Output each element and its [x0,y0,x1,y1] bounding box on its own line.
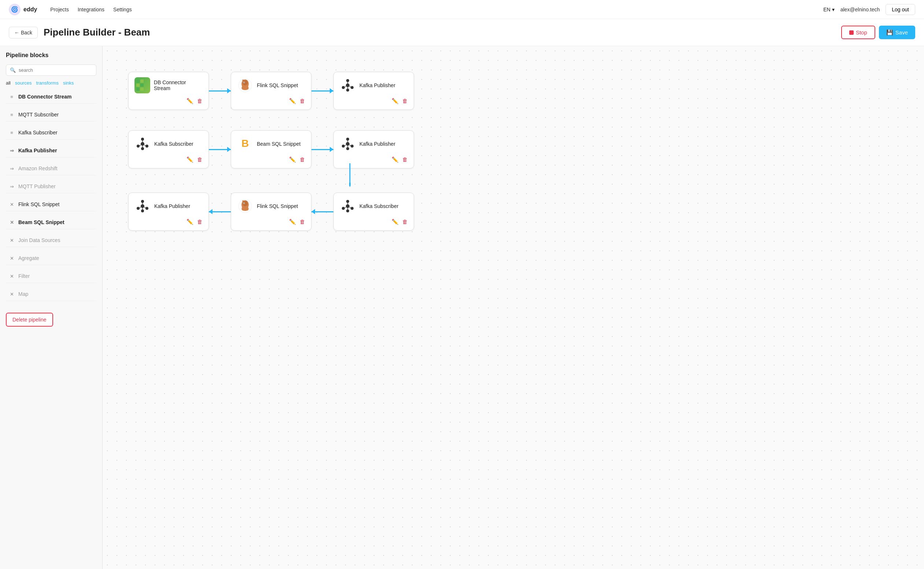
delete-icon[interactable]: 🗑 [300,219,305,225]
sidebar-item-amazon-redshift[interactable]: ⇒ Amazon Redshift [6,162,96,175]
svg-point-57 [346,200,349,203]
node-flink-sql-snippet-1[interactable]: Flink SQL Snippet ✏️ 🗑 [231,72,311,110]
sidebar-item-label: Beam SQL Snippet [18,219,64,225]
sidebar-item-mqtt-publisher[interactable]: ⇒ MQTT Publisher [6,180,96,193]
node-actions: ✏️ 🗑 [237,219,305,225]
filter-all[interactable]: all [6,80,11,86]
sidebar-title: Pipeline blocks [6,52,96,59]
page-header: ← Back Pipeline Builder - Beam Stop 💾 Sa… [0,19,924,46]
svg-point-10 [244,82,244,83]
edit-icon[interactable]: ✏️ [289,98,296,104]
node-header: Kafka Publisher [340,136,408,152]
sidebar-item-kafka-subscriber[interactable]: ≡ Kafka Subscriber [6,126,96,140]
beam-node-icon: B [237,136,253,152]
logo: 🌀 eddy [9,4,37,15]
pipeline-canvas[interactable]: DB Connector Stream ✏️ 🗑 [102,46,924,569]
edit-icon[interactable]: ✏️ [186,156,194,163]
logo-icon: 🌀 [9,4,20,15]
filter-sinks[interactable]: sinks [63,80,74,86]
sidebar-item-map[interactable]: ✕ Map [6,288,96,301]
node-actions: ✏️ 🗑 [237,98,305,104]
sidebar-item-beam-sql-snippet[interactable]: ✕ Beam SQL Snippet [6,216,96,229]
edit-icon[interactable]: ✏️ [392,219,399,225]
edit-icon[interactable]: ✏️ [289,219,296,225]
svg-line-27 [140,145,141,146]
svg-point-14 [342,86,345,89]
sidebar-item-agregate[interactable]: ✕ Agregate [6,251,96,265]
flink-node-icon [237,77,253,93]
delete-icon[interactable]: 🗑 [402,98,408,104]
svg-point-56 [346,204,349,208]
node-beam-sql-snippet[interactable]: B Beam SQL Snippet ✏️ 🗑 [231,130,311,169]
sidebar-item-db-connector-stream[interactable]: ≡ DB Connector Stream [6,90,96,103]
node-kafka-publisher-3[interactable]: Kafka Publisher ✏️ 🗑 [128,193,209,231]
save-icon: 💾 [886,29,893,36]
delete-icon[interactable]: 🗑 [402,219,408,225]
svg-rect-1 [140,79,143,83]
delete-icon[interactable]: 🗑 [300,156,305,163]
svg-point-34 [342,145,345,148]
lang-selector[interactable]: EN ▾ [823,7,834,12]
db-connector-stream-icon: ≡ [9,94,15,100]
delete-icon[interactable]: 🗑 [197,156,203,163]
search-input[interactable] [19,67,92,73]
main-layout: Pipeline blocks 🔍 all sources transforms… [0,46,924,569]
delete-icon[interactable]: 🗑 [300,98,305,104]
amazon-redshift-icon: ⇒ [9,166,15,171]
sidebar-item-mqtt-subscriber[interactable]: ≡ MQTT Subscriber [6,108,96,122]
save-button[interactable]: 💾 Save [879,26,915,39]
sidebar-item-join-data-sources[interactable]: ✕ Join Data Sources [6,234,96,247]
svg-rect-2 [136,84,140,87]
delete-icon[interactable]: 🗑 [197,98,203,104]
filter-icon: ✕ [9,274,15,279]
stop-button[interactable]: Stop [841,26,875,39]
nav-settings[interactable]: Settings [113,7,132,12]
svg-rect-4 [136,88,140,91]
kafka-node-icon [340,198,356,214]
edit-icon[interactable]: ✏️ [392,156,399,163]
edit-icon[interactable]: ✏️ [186,219,194,225]
node-kafka-publisher-1[interactable]: Kafka Publisher ✏️ 🗑 [333,72,414,110]
svg-point-15 [351,86,354,89]
node-kafka-subscriber-2[interactable]: Kafka Subscriber ✏️ 🗑 [333,193,414,231]
edit-icon[interactable]: ✏️ [392,98,399,104]
svg-point-42 [141,204,144,208]
node-kafka-publisher-2[interactable]: Kafka Publisher ✏️ 🗑 [333,130,414,169]
connector-arrow-5 [209,211,231,212]
edit-icon[interactable]: ✏️ [186,98,194,104]
logout-button[interactable]: Log out [886,4,915,15]
sidebar: Pipeline blocks 🔍 all sources transforms… [0,46,102,569]
sidebar-search[interactable]: 🔍 [6,64,96,76]
node-actions: ✏️ 🗑 [134,98,203,104]
svg-line-19 [349,87,351,87]
svg-line-50 [144,207,145,208]
sidebar-item-filter[interactable]: ✕ Filter [6,269,96,283]
node-label: Kafka Publisher [360,82,395,88]
filter-sources[interactable]: sources [15,80,32,86]
node-header: Kafka Subscriber [340,198,408,214]
node-flink-sql-snippet-2[interactable]: Flink SQL Snippet ✏️ 🗑 [231,193,311,231]
filter-transforms[interactable]: transforms [36,80,59,86]
svg-line-39 [349,145,351,146]
node-header: Kafka Publisher [340,77,408,93]
node-db-connector-stream[interactable]: DB Connector Stream ✏️ 🗑 [128,72,209,110]
nav-integrations[interactable]: Integrations [78,7,104,12]
sidebar-item-flink-sql-snippet[interactable]: ✕ Flink SQL Snippet [6,198,96,211]
connector-arrow-2 [311,90,333,91]
sidebar-item-kafka-publisher[interactable]: ⇒ Kafka Publisher [6,144,96,157]
svg-point-11 [346,84,349,87]
back-button[interactable]: ← Back [9,27,38,38]
node-label: Kafka Publisher [360,141,395,147]
svg-text:B: B [241,138,249,149]
svg-point-44 [141,210,144,212]
join-data-sources-icon: ✕ [9,237,15,243]
connector-arrow-6 [311,211,333,212]
edit-icon[interactable]: ✏️ [289,156,296,163]
sidebar-item-label: Filter [18,273,30,279]
node-label: Kafka Subscriber [360,203,399,209]
delete-icon[interactable]: 🗑 [197,219,203,225]
nav-projects[interactable]: Projects [50,7,69,12]
node-kafka-subscriber-1[interactable]: Kafka Subscriber ✏️ 🗑 [128,130,209,169]
delete-pipeline-button[interactable]: Delete pipeline [6,313,53,327]
delete-icon[interactable]: 🗑 [402,156,408,163]
